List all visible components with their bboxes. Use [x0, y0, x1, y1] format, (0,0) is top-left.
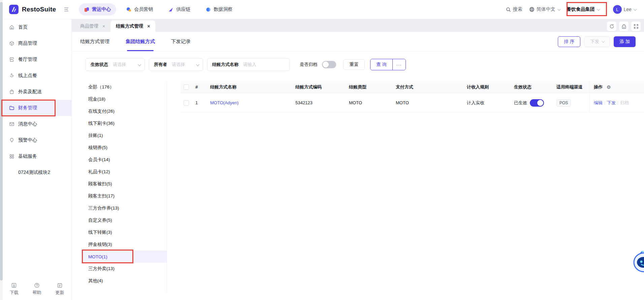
language-selector[interactable]: 简体中文 [529, 6, 560, 12]
row-checkbox[interactable] [184, 100, 189, 106]
main-area: 商品管理 × 结账方式管理 × 结账方式管理 集团结账方式 下发记录 [72, 19, 644, 300]
chevron-down-icon [634, 7, 637, 11]
owner-filter-select[interactable]: 所有者 请选择 [149, 58, 203, 71]
tab-products[interactable]: 商品管理 × [75, 21, 110, 32]
category-all[interactable]: 全部（176） [83, 81, 167, 93]
category-custom-coupon[interactable]: 自定义券(5) [83, 214, 167, 226]
category-online-pay[interactable]: 在线支付(26) [83, 105, 167, 117]
sidebar-item-restaurant[interactable]: 餐厅管理 [3, 51, 71, 68]
scrollbar-thumb[interactable] [0, 2, 3, 280]
table-row: 1 MOTO(Adyen) 5342123 MOTO MOTO 计入实收 已生效… [181, 93, 644, 113]
category-gift-card[interactable]: 礼品卡(12) [83, 166, 167, 178]
category-moto[interactable]: MOTO(1) [83, 251, 167, 263]
subtab-settlement-methods[interactable]: 结账方式管理 [80, 32, 109, 51]
sidebar-item-delivery[interactable]: 外卖及配送 [3, 84, 71, 100]
filter-row: 生效状态 请选择 所有者 请选择 结账方式名称 请输入 是否归档 重置 查 询 … [86, 58, 644, 71]
sort-button[interactable]: 排 序 [558, 36, 580, 47]
nav-member-marketing[interactable]: 会员营销 [121, 3, 158, 15]
sidebar-item-finance[interactable]: 财务管理 [3, 100, 71, 116]
member-marketing-icon [126, 7, 131, 12]
settlement-table: # 结账方式名称 结账方式编码 结账类型 支付方式 计收入规则 生效状态 适用终… [181, 81, 644, 113]
category-credit[interactable]: 挂账(1) [83, 129, 167, 142]
category-panel: 全部（176） 现金(18) 在线支付(26) 线下刷卡(36) 挂账(1) 核… [83, 81, 167, 293]
home-icon [9, 25, 14, 30]
sidebar-item-alerts[interactable]: 预警中心 [3, 132, 71, 148]
status-text: 已生效 [514, 100, 527, 106]
category-offline-card[interactable]: 线下刷卡(36) [83, 117, 167, 129]
chevron-down-icon [557, 7, 561, 11]
sidebar-item-messages[interactable]: 消息中心 [3, 116, 71, 132]
dispatch-button[interactable]: 下发 [584, 36, 610, 47]
close-icon[interactable]: × [147, 24, 150, 29]
category-member-card[interactable]: 会员卡(14) [83, 154, 167, 166]
category-deposit[interactable]: 押金核销(3) [83, 238, 167, 251]
category-customer-scanned[interactable]: 顾客被扫(5) [83, 178, 167, 190]
nav-operations-center[interactable]: 营运中心 [79, 3, 116, 15]
sidebar-item-products[interactable]: 商品管理 [3, 35, 71, 51]
mascot-robot[interactable] [631, 251, 644, 272]
nav-supply-chain[interactable]: 供应链 [163, 3, 196, 15]
select-all-checkbox[interactable] [184, 84, 189, 90]
terminal-badge: POS [556, 99, 571, 107]
divider [605, 101, 605, 105]
tabstrip-tools [607, 22, 641, 31]
sidebar-item-online-ordering[interactable]: 线上点餐 [3, 68, 71, 84]
edit-link[interactable]: 编辑 [594, 100, 603, 106]
sidebar-item-basic-services[interactable]: 基础服务 [3, 148, 71, 164]
query-combo: 查 询 ··· [370, 59, 406, 70]
dispatch-link[interactable]: 下发 [607, 100, 616, 106]
name-filter-input[interactable]: 结账方式名称 请输入 [207, 58, 290, 71]
logo-icon [9, 4, 19, 14]
clear-cache-icon[interactable] [619, 22, 629, 31]
content-row: 全部（176） 现金(18) 在线支付(26) 线下刷卡(36) 挂账(1) 核… [72, 81, 644, 293]
category-other[interactable]: 其他(4) [83, 275, 167, 287]
nav-data-insights[interactable]: 数据洞察 [200, 3, 238, 15]
bag-icon [9, 89, 14, 95]
close-icon[interactable]: × [102, 24, 105, 29]
left-scrollbar[interactable] [0, 0, 3, 300]
update-button[interactable]: 更新 [55, 283, 64, 296]
settlement-name-link[interactable]: MOTO(Adyen) [210, 100, 238, 105]
subtab-row: 结账方式管理 集团结账方式 下发记录 排 序 下发 添 加 [72, 32, 644, 51]
category-third-party-takeout[interactable]: 三方外卖(13) [83, 263, 167, 275]
org-selector[interactable]: 餐饮食品集团 [567, 6, 599, 12]
sidebar-item-home[interactable]: 首页 [3, 19, 71, 35]
topbar-right: 搜索 简体中文 餐饮食品集团 L Lee [506, 5, 636, 14]
tab-settlement-management[interactable]: 结账方式管理 × [110, 21, 155, 32]
sidebar-item-test-module[interactable]: 0724测试模块2 [3, 164, 71, 181]
add-button[interactable]: 添 加 [614, 36, 636, 47]
download-button[interactable]: 下载 [10, 283, 19, 296]
page-tabstrip: 商品管理 × 结账方式管理 × [72, 19, 644, 32]
sidebar: 首页 商品管理 餐厅管理 线上点餐 外卖及配送 财务管理 消息中心 预警中心 基… [3, 19, 72, 300]
status-filter-select[interactable]: 生效状态 请选择 [86, 58, 145, 71]
global-search[interactable]: 搜索 [506, 6, 522, 12]
user-menu[interactable]: L Lee [613, 5, 636, 14]
sidebar-collapse-icon[interactable] [63, 6, 69, 12]
tap-icon [9, 73, 14, 78]
archive-toggle[interactable] [322, 61, 336, 68]
category-offline-transfer[interactable]: 线下转账(3) [83, 226, 167, 238]
chevron-down-icon [597, 7, 600, 11]
query-button[interactable]: 查 询 [371, 59, 392, 70]
category-cash[interactable]: 现金(18) [83, 93, 167, 105]
chevron-down-icon [602, 39, 605, 43]
reset-button[interactable]: 重置 [343, 59, 365, 70]
help-button[interactable]: 帮助 [32, 283, 41, 296]
status-toggle[interactable] [530, 99, 544, 107]
box-icon [9, 41, 14, 46]
subtab-dispatch-records[interactable]: 下发记录 [171, 32, 191, 51]
divider [606, 7, 606, 12]
logo-text: RestoSuite [22, 6, 56, 13]
refresh-icon[interactable] [607, 22, 616, 31]
column-settings-icon[interactable]: ⚙ [607, 84, 611, 90]
subtab-group-settlement-methods[interactable]: 集团结账方式 [126, 32, 155, 51]
archive-link[interactable]: 归档 [620, 100, 629, 106]
category-customer-scans[interactable]: 顾客主扫(17) [83, 190, 167, 202]
more-actions-button[interactable]: ··· [392, 59, 406, 70]
category-partner-coupon[interactable]: 三方合作券(13) [83, 202, 167, 214]
top-nav: 营运中心 会员营销 供应链 数据洞察 [79, 3, 238, 15]
bulb-icon [9, 138, 14, 143]
category-voucher[interactable]: 核销券(5) [83, 142, 167, 154]
fullscreen-icon[interactable] [631, 22, 641, 31]
download-icon [11, 283, 17, 288]
